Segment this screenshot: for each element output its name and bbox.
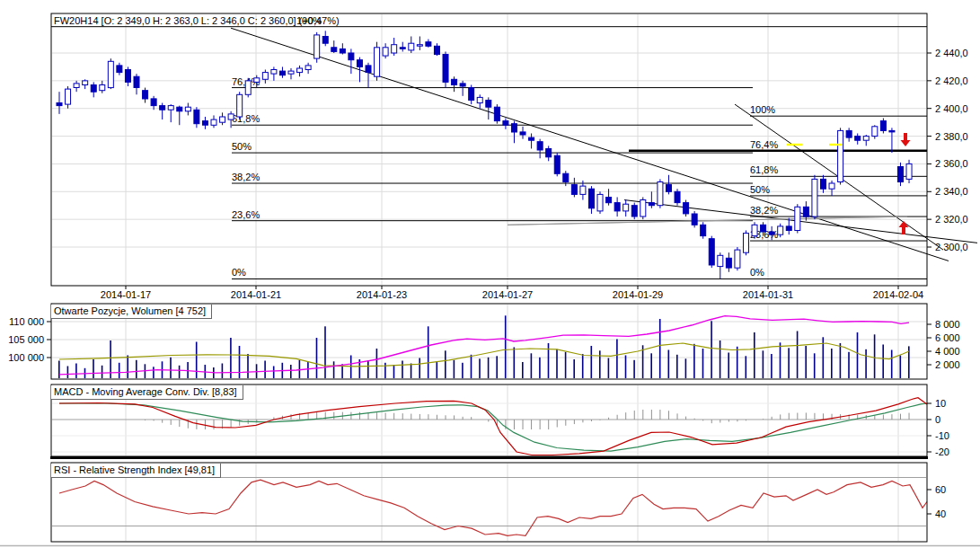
candle	[838, 130, 843, 181]
candle	[803, 207, 808, 217]
rsi-pane[interactable]	[59, 480, 927, 535]
candle	[443, 55, 448, 83]
candle	[597, 194, 603, 211]
candle	[322, 37, 328, 44]
candle	[83, 81, 88, 85]
candle	[872, 127, 878, 137]
candle	[675, 191, 680, 202]
svg-text:2 420,0: 2 420,0	[935, 75, 968, 86]
candle	[846, 130, 852, 137]
candle	[606, 198, 612, 203]
candle	[769, 232, 774, 234]
svg-text:50%: 50%	[232, 141, 252, 152]
svg-text:2 300,0: 2 300,0	[935, 242, 968, 252]
macd-pane-title: MACD - Moving Average Conv. Div. [8,83]	[51, 385, 243, 400]
candle	[57, 103, 62, 106]
svg-text:-10: -10	[935, 430, 949, 441]
rsi-pane-title: RSI - Relative Strength Index [49,81]	[51, 464, 221, 478]
candle	[271, 70, 277, 75]
svg-text:2014-01-29: 2014-01-29	[613, 289, 663, 300]
candle	[288, 71, 294, 74]
candle	[417, 45, 422, 47]
candle	[494, 107, 499, 120]
candle	[392, 45, 397, 53]
candle	[658, 182, 663, 206]
candle	[117, 66, 122, 73]
candle	[761, 225, 766, 232]
candle	[143, 91, 148, 99]
candle	[880, 121, 886, 131]
candle	[400, 48, 405, 49]
svg-text:2 400,0: 2 400,0	[935, 103, 968, 114]
svg-text:0%: 0%	[232, 267, 246, 278]
candle	[262, 73, 268, 80]
candle	[897, 167, 903, 182]
candle	[220, 117, 225, 122]
candle	[563, 173, 569, 181]
candle	[580, 186, 586, 194]
candle	[623, 204, 629, 211]
candle	[160, 106, 165, 110]
volume-pane-title: Otwarte Pozycje, Wolumen [4 752]	[51, 305, 212, 319]
charting-app-window: 100%76,4%61,8%50%38,2%23,6%0%100%76,4%61…	[0, 0, 980, 548]
svg-text:2014-01-31: 2014-01-31	[743, 289, 793, 300]
candle	[134, 76, 139, 87]
svg-text:2014-01-27: 2014-01-27	[482, 289, 533, 300]
svg-text:100 000: 100 000	[8, 352, 44, 363]
svg-text:38,2%: 38,2%	[750, 205, 778, 216]
svg-text:0%: 0%	[750, 267, 764, 278]
candle	[795, 207, 800, 230]
candle	[684, 203, 689, 214]
candle	[537, 142, 543, 150]
candle	[305, 66, 311, 70]
candle	[125, 70, 130, 83]
candle	[409, 43, 414, 50]
candle	[434, 46, 439, 54]
svg-text:76,4%: 76,4%	[750, 139, 778, 150]
svg-text:60: 60	[935, 484, 946, 495]
candle	[357, 60, 362, 67]
candle	[486, 101, 491, 108]
svg-text:2 320,0: 2 320,0	[935, 214, 968, 225]
candle	[588, 189, 594, 208]
svg-text:4 000: 4 000	[935, 346, 960, 357]
candle	[554, 155, 560, 173]
candle	[426, 42, 431, 47]
svg-text:2 360,0: 2 360,0	[935, 158, 968, 169]
svg-text:0: 0	[935, 414, 940, 425]
svg-text:2014-01-23: 2014-01-23	[357, 289, 407, 300]
candle	[709, 239, 714, 265]
macd-pane[interactable]	[59, 398, 927, 455]
candle	[477, 97, 482, 102]
candle	[503, 121, 508, 126]
candle	[889, 130, 895, 132]
candle	[718, 255, 723, 266]
candle	[452, 79, 457, 84]
candle	[237, 94, 243, 117]
candlestick-series[interactable]	[57, 31, 912, 278]
candle	[640, 200, 646, 217]
svg-text:40: 40	[935, 508, 946, 519]
candle	[692, 214, 697, 225]
svg-text:61,8%: 61,8%	[750, 164, 778, 175]
svg-text:-20: -20	[935, 446, 949, 457]
volume-pane[interactable]	[58, 315, 910, 378]
svg-text:110 000: 110 000	[9, 316, 44, 327]
candle	[511, 124, 516, 132]
svg-text:8 000: 8 000	[935, 319, 960, 330]
svg-text:61,8%: 61,8%	[232, 113, 260, 124]
candle	[649, 203, 654, 206]
svg-text:105 000: 105 000	[8, 334, 44, 345]
candle	[863, 137, 869, 141]
svg-text:100%: 100%	[750, 104, 775, 115]
candle	[631, 206, 637, 217]
candle	[279, 71, 285, 75]
svg-text:2 000: 2 000	[935, 359, 960, 370]
svg-text:2014-01-17: 2014-01-17	[101, 289, 151, 300]
candle	[520, 132, 525, 135]
svg-text:2 440,0: 2 440,0	[935, 48, 968, 58]
candle	[108, 61, 113, 87]
candle	[571, 185, 577, 195]
candle	[546, 149, 552, 157]
candle	[778, 226, 783, 234]
